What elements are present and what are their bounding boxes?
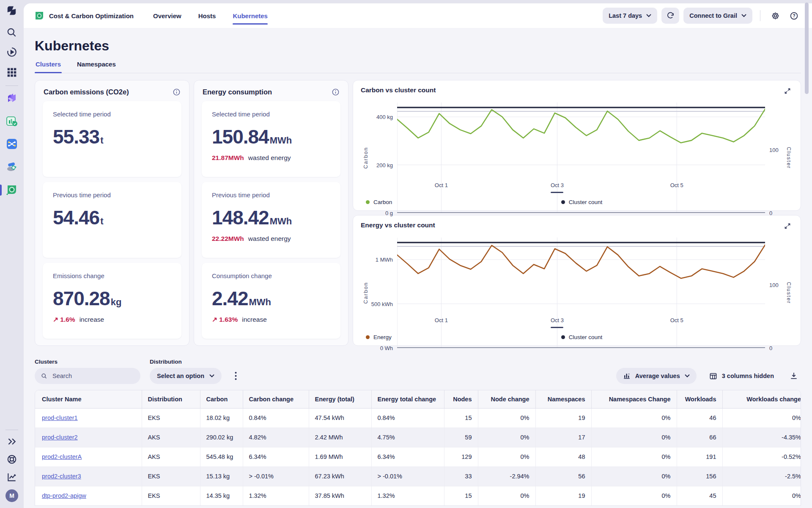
cluster-link[interactable]: prod-cluster1	[42, 414, 78, 421]
column-header-energy-total-[interactable]: Energy (total)	[309, 390, 371, 408]
x-axis-tick: Oct 5	[670, 182, 683, 188]
card-title: Energy consumption	[203, 88, 272, 96]
cluster-link[interactable]: prod-cluster2	[42, 434, 78, 441]
column-header-carbon-change[interactable]: Carbon change	[243, 390, 309, 408]
refresh-button[interactable]	[661, 8, 679, 24]
column-header-nodes[interactable]: Nodes	[444, 390, 478, 408]
cluster-search[interactable]	[35, 368, 140, 384]
y-axis-tick: 200 kg	[376, 162, 393, 168]
expand-chart-button[interactable]	[782, 86, 793, 97]
column-header-distribution[interactable]: Distribution	[142, 390, 200, 408]
sidebar-app-carbon-active[interactable]	[0, 183, 24, 196]
table-cell: 37.85 kWh	[309, 486, 371, 505]
chart-title: Energy vs cluster count	[361, 221, 435, 229]
sidebar-app-clouds[interactable]	[0, 160, 24, 173]
topnav-overview[interactable]: Overview	[153, 3, 181, 28]
sidebar-search-button[interactable]	[0, 27, 24, 38]
table-cell: 14.35 kg	[200, 486, 243, 505]
connect-to-grail-button[interactable]: Connect to Grail	[683, 8, 752, 24]
columns-hidden-button[interactable]: 3 columns hidden	[707, 372, 776, 381]
y-axis-title: Carbon	[363, 147, 369, 169]
x-axis-tick: Oct 5	[670, 317, 683, 323]
info-icon[interactable]	[332, 88, 340, 96]
cluster-link[interactable]: prod2-clusterA	[42, 453, 82, 460]
table-cell: 0%	[591, 447, 677, 467]
table-cell: > -0.01%	[243, 467, 309, 486]
info-icon[interactable]	[173, 88, 181, 96]
cluster-link[interactable]: prod2-cluster3	[42, 473, 81, 480]
sidebar: M	[0, 0, 24, 508]
cards-row: Carbon emissions (CO2e) Selected time pe…	[35, 80, 801, 346]
sidebar-getting-started-button[interactable]	[0, 47, 24, 58]
app-hub-icon	[5, 92, 18, 105]
x-axis-tick: Oct 3	[551, 182, 564, 188]
y-axis-ticks: 0 Wh500 kWh1 MWh	[371, 237, 397, 348]
table-cell: 0%	[478, 447, 535, 467]
bar-chart-icon	[623, 372, 631, 380]
column-header-namespaces[interactable]: Namespaces	[535, 390, 591, 408]
table-row: prod-cluster2AKS290.02 kg4.82%2.42 MWh4.…	[35, 428, 801, 447]
sidebar-app-grid-button[interactable]	[0, 67, 24, 78]
column-header-cluster-name[interactable]: Cluster Name	[35, 390, 142, 408]
sidebar-help-button[interactable]	[0, 454, 24, 465]
clouds-app-icon	[5, 160, 18, 173]
column-header-workloads-change[interactable]: Workloads change	[722, 390, 801, 408]
column-header-namespaces-change[interactable]: Namespaces Change	[591, 390, 677, 408]
user-avatar[interactable]: M	[0, 489, 24, 502]
cell-cluster-name: prod-cluster2	[35, 428, 142, 447]
topnav-hosts[interactable]: Hosts	[198, 3, 216, 28]
notebooks-app-icon	[5, 115, 18, 127]
right-y-axis-title: Cluster	[786, 147, 792, 169]
timeframe-indicator	[551, 327, 563, 328]
x-axis-ticks: Oct 1Oct 3Oct 5	[397, 316, 765, 326]
sidebar-expand-button[interactable]	[0, 436, 24, 447]
view-mode-selector[interactable]: Average values	[616, 368, 697, 384]
charts-column: Carbon vs cluster count Carbon 0 g200 kg…	[353, 80, 801, 346]
dynatrace-logo[interactable]	[0, 5, 24, 16]
column-header-energy-total-change[interactable]: Energy total change	[371, 390, 444, 408]
settings-button[interactable]	[768, 8, 782, 23]
table-cell: -0.52%	[722, 447, 801, 467]
table-cell: 129	[444, 447, 478, 467]
topnav-kubernetes[interactable]: Kubernetes	[233, 3, 268, 28]
table-cell: 191	[677, 447, 722, 467]
column-header-workloads[interactable]: Workloads	[677, 390, 722, 408]
table-cell: 66	[677, 428, 722, 447]
tab-clusters[interactable]: Clusters	[35, 61, 62, 73]
expand-chart-button[interactable]	[782, 221, 793, 232]
app-title: Cost & Carbon Optimization	[49, 12, 134, 19]
table-cell: 4.75%	[371, 428, 444, 447]
help-button[interactable]: ?	[787, 8, 801, 23]
chart-plot[interactable]	[397, 237, 765, 348]
distribution-select[interactable]: Select an option	[150, 368, 222, 384]
summary-card: Carbon emissions (CO2e) Selected time pe…	[35, 80, 189, 346]
active-nav-indicator	[233, 23, 268, 25]
distribution-select-value: Select an option	[157, 373, 204, 379]
tab-namespaces[interactable]: Namespaces	[76, 61, 117, 73]
sidebar-usage-button[interactable]	[0, 472, 24, 483]
cluster-search-input[interactable]	[52, 372, 134, 380]
timeframe-indicator	[551, 192, 563, 193]
chevron-down-icon	[209, 374, 214, 378]
clusters-table: Cluster NameDistributionCarbonCarbon cha…	[35, 390, 801, 506]
metric-label: Emissions change	[53, 272, 171, 279]
column-header-carbon[interactable]: Carbon	[200, 390, 243, 408]
table-cell: > -0.01%	[371, 467, 444, 486]
vertical-scrollbar[interactable]	[805, 3, 809, 94]
download-button[interactable]	[787, 369, 801, 383]
more-filters-button[interactable]	[228, 368, 243, 384]
chart-plot[interactable]	[397, 102, 765, 213]
table-view-controls: Average values 3 columns hidden	[616, 368, 801, 384]
column-header-node-change[interactable]: Node change	[478, 390, 535, 408]
table-cell: 0%	[478, 408, 535, 428]
sidebar-app-hub[interactable]	[0, 92, 24, 105]
metric-note: 21.87MWhwasted energy	[212, 154, 330, 162]
timeframe-selector[interactable]: Last 7 days	[603, 8, 657, 24]
cell-cluster-name: prod-cluster1	[35, 408, 142, 428]
table-cell: AKS	[142, 447, 200, 467]
cluster-link[interactable]: dtp-prod2-apigw	[42, 492, 86, 499]
sidebar-app-workflows[interactable]	[0, 138, 24, 150]
x-axis-ticks: Oct 1Oct 3Oct 5	[397, 181, 765, 190]
sidebar-app-notebooks[interactable]	[0, 115, 24, 127]
chart-title: Carbon vs cluster count	[361, 86, 436, 94]
